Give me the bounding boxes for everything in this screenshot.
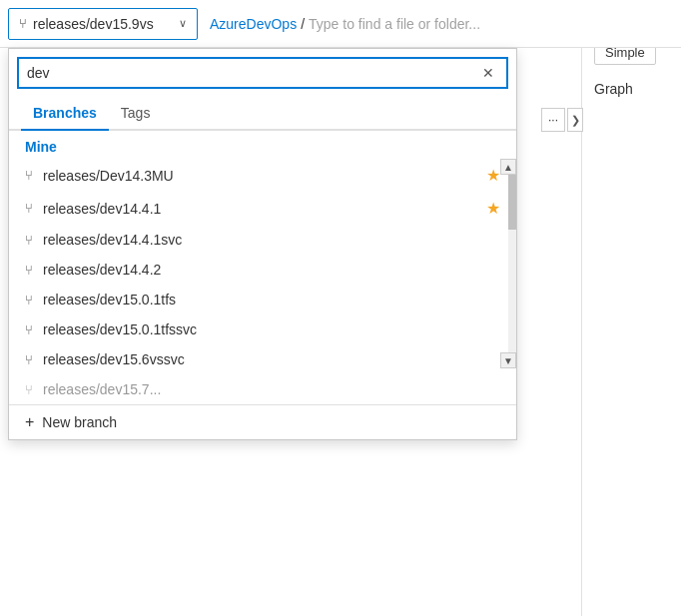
new-branch-button[interactable]: + New branch	[9, 404, 516, 439]
branch-dropdown: ✕ Branches Tags Mine ▲ ⑂ releases/Dev14.…	[8, 48, 517, 440]
list-item[interactable]: ⑂ releases/dev14.4.2	[9, 255, 516, 285]
branch-icon: ⑂	[25, 201, 33, 216]
partial-branch-item[interactable]: ⑂ releases/dev15.7...	[9, 374, 516, 404]
scroll-up-button[interactable]: ▲	[500, 159, 516, 175]
partial-branch-name: releases/dev15.7...	[43, 381, 161, 397]
branch-tags-tabs: Branches Tags	[9, 97, 516, 131]
list-item[interactable]: ⑂ releases/dev14.4.1 ★	[9, 192, 516, 225]
new-branch-label: New branch	[42, 414, 117, 430]
tab-tags[interactable]: Tags	[109, 97, 163, 131]
branch-icon: ⑂	[25, 263, 33, 278]
breadcrumb: AzureDevOps / Type to find a file or fol…	[210, 16, 480, 32]
branch-search-input[interactable]	[27, 65, 478, 81]
branch-icon: ⑂	[25, 382, 33, 397]
scroll-down-button[interactable]: ▼	[500, 352, 516, 368]
branch-icon: ⑂	[25, 352, 33, 367]
branch-icon: ⑂	[25, 293, 33, 308]
star-icon[interactable]: ★	[486, 199, 500, 218]
branch-list-area: ▲ ⑂ releases/Dev14.3MU ★ ⑂ releases/dev1…	[9, 159, 516, 404]
branch-icon: ⑂	[25, 233, 33, 248]
branch-name: releases/dev15.9vs	[33, 16, 171, 32]
list-item[interactable]: ⑂ releases/Dev14.3MU ★	[9, 159, 516, 192]
branch-icon: ⑂	[25, 168, 33, 183]
plus-icon: +	[25, 413, 34, 431]
clear-icon[interactable]: ✕	[478, 63, 498, 83]
repo-name[interactable]: AzureDevOps	[210, 16, 297, 32]
breadcrumb-separator: /	[301, 16, 305, 32]
star-icon[interactable]: ★	[486, 166, 500, 185]
list-item[interactable]: ⑂ releases/dev14.4.1svc	[9, 225, 516, 255]
file-search-hint[interactable]: Type to find a file or folder...	[309, 16, 480, 32]
list-item[interactable]: ⑂ releases/dev15.0.1tfssvc	[9, 314, 516, 344]
scrollbar-thumb[interactable]	[508, 175, 516, 230]
branch-item-name: releases/dev14.4.1svc	[43, 232, 500, 248]
branch-item-name: releases/dev15.0.1tfs	[43, 292, 500, 308]
branch-item-name: releases/dev14.4.2	[43, 262, 500, 278]
list-item[interactable]: ⑂ releases/dev15.6vssvc	[9, 344, 516, 374]
right-sidebar: Contents Simple Graph	[581, 0, 681, 616]
tab-branches[interactable]: Branches	[21, 97, 109, 131]
branch-item-name: releases/dev14.4.1	[43, 201, 486, 217]
branch-item-name: releases/dev15.6vssvc	[43, 351, 500, 367]
branch-selector[interactable]: ⑂ releases/dev15.9vs ∨	[8, 8, 198, 40]
branch-icon: ⑂	[19, 16, 27, 31]
list-item[interactable]: ⑂ releases/dev15.0.1tfs	[9, 285, 516, 314]
branch-list: ⑂ releases/Dev14.3MU ★ ⑂ releases/dev14.…	[9, 159, 516, 374]
top-bar: ⑂ releases/dev15.9vs ∨ AzureDevOps / Typ…	[0, 0, 681, 48]
mine-section-label: Mine	[9, 131, 516, 159]
scrollbar-track	[508, 175, 516, 368]
search-row: ✕	[17, 57, 508, 89]
collapse-sidebar-button[interactable]: ❯	[567, 108, 583, 132]
branch-icon: ⑂	[25, 322, 33, 337]
graph-label[interactable]: Graph	[582, 69, 681, 109]
branch-item-name: releases/dev15.0.1tfssvc	[43, 321, 500, 337]
more-options-button[interactable]: ···	[541, 108, 565, 132]
branch-item-name: releases/Dev14.3MU	[43, 168, 486, 184]
chevron-down-icon: ∨	[179, 17, 187, 30]
